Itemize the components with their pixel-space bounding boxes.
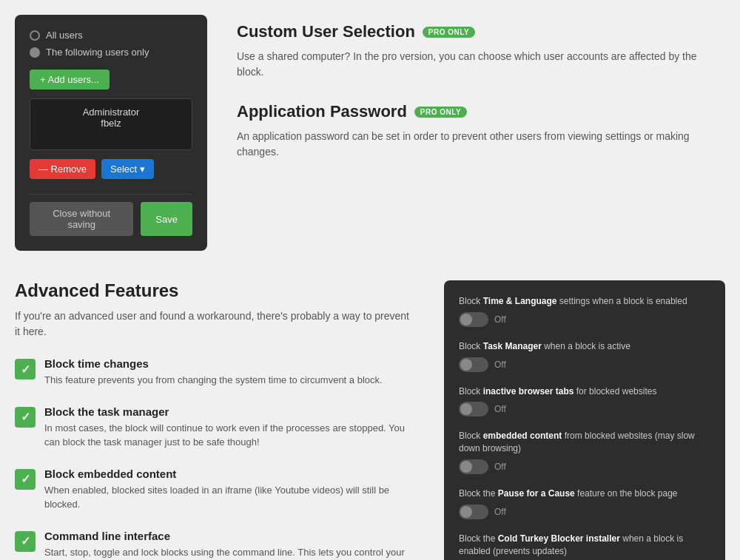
toggle-row-ec: Off — [459, 459, 710, 474]
feature-cli-title: Command line interface — [44, 530, 414, 542]
tl-prefix: Block — [459, 296, 483, 306]
feature-task-title: Block the task manager — [44, 405, 414, 418]
feature-time-changes: Block time changes This feature prevents… — [15, 357, 414, 388]
apppass-desc: An application password can be set in or… — [237, 129, 725, 160]
ct-bold: Cold Turkey Blocker installer — [498, 533, 620, 544]
check-icon-task — [15, 407, 36, 428]
radio-all-label: All users — [46, 30, 83, 41]
it-prefix: Block — [459, 386, 483, 397]
check-icon-cli — [15, 531, 36, 552]
it-bold: inactive browser tabs — [483, 386, 574, 397]
radio-following-label: The following users only — [46, 47, 149, 58]
setting-pause-cause: Block the Pause for a Cause feature on t… — [459, 488, 710, 519]
ct-prefix: Block the — [459, 533, 498, 544]
setting-ct-installer: Block the Cold Turkey Blocker installer … — [459, 533, 710, 560]
setting-embedded-content-label: Block embedded content from blocked webs… — [459, 430, 710, 455]
feature-task-manager: Block the task manager In most cases, th… — [15, 405, 414, 450]
user-selection-panel: All users The following users only + Add… — [15, 15, 207, 251]
feature-time-desc: This feature prevents you from changing … — [44, 373, 383, 388]
settings-panel: Block Time & Language settings when a bl… — [444, 280, 725, 560]
advanced-desc: If you're an advanced user and found a w… — [15, 308, 414, 340]
app-password-section: Application Password PRO ONLY An applica… — [237, 102, 725, 160]
radio-all-icon — [30, 30, 40, 41]
toggle-row-pc: Off — [459, 505, 710, 519]
ec-bold: embedded content — [483, 431, 562, 441]
feature-cli: Command line interface Start, stop, togg… — [15, 530, 414, 561]
toggle-embedded-content[interactable] — [459, 459, 488, 474]
feature-embedded-desc: When enabled, blocked sites loaded in an… — [44, 483, 414, 512]
toggle-row-tl: Off — [459, 312, 710, 327]
feature-cli-desc: Start, stop, toggle and lock blocks usin… — [44, 545, 414, 561]
tl-suffix: settings when a block is enabled — [556, 296, 687, 306]
setting-time-language-label: Block Time & Language settings when a bl… — [459, 295, 710, 308]
close-without-saving-button[interactable]: Close without saving — [30, 202, 133, 236]
feature-task-desc: In most cases, the block will continue t… — [44, 421, 414, 450]
toggle-ec-label: Off — [494, 462, 506, 472]
it-suffix: for blocked websites — [574, 386, 656, 397]
radio-all-users[interactable]: All users — [30, 30, 192, 41]
check-icon-embedded — [15, 469, 36, 490]
advanced-left-panel: Advanced Features If you're an advanced … — [15, 280, 414, 560]
setting-task-manager-label: Block Task Manager when a block is activ… — [459, 340, 710, 353]
ec-prefix: Block — [459, 431, 483, 441]
toggle-it-label: Off — [494, 404, 506, 414]
toggle-row-it: Off — [459, 402, 710, 416]
add-users-button[interactable]: + Add users... — [30, 70, 110, 90]
user-list-box: Administrator fbelz — [30, 98, 192, 150]
radio-following-users[interactable]: The following users only — [30, 47, 192, 58]
radio-group: All users The following users only — [30, 30, 192, 58]
custom-desc: Use a shared computer? In the pro versio… — [237, 49, 725, 80]
toggle-row-tm: Off — [459, 357, 710, 372]
feature-embedded: Block embedded content When enabled, blo… — [15, 468, 414, 512]
tm-suffix: when a block is active — [542, 341, 630, 351]
setting-embedded-content: Block embedded content from blocked webs… — [459, 430, 710, 474]
remove-button[interactable]: — Remove — [30, 159, 95, 179]
apppass-title: Application Password — [237, 102, 407, 121]
setting-time-language: Block Time & Language settings when a bl… — [459, 295, 710, 327]
user-fbelz: fbelz — [38, 118, 184, 129]
check-icon-time — [15, 359, 36, 379]
advanced-title: Advanced Features — [15, 280, 414, 301]
pc-bold: Pause for a Cause — [498, 488, 575, 499]
apppass-pro-badge: PRO ONLY — [414, 107, 467, 118]
bottom-buttons: Close without saving Save — [30, 194, 192, 236]
pc-suffix: feature on the block page — [575, 488, 678, 499]
tm-bold: Task Manager — [483, 341, 542, 351]
select-button[interactable]: Select ▾ — [101, 159, 154, 179]
feature-time-title: Block time changes — [44, 357, 383, 370]
custom-title-row: Custom User Selection PRO ONLY — [237, 22, 725, 41]
pc-prefix: Block the — [459, 488, 498, 499]
action-buttons: — Remove Select ▾ — [30, 159, 192, 179]
setting-task-manager: Block Task Manager when a block is activ… — [459, 340, 710, 372]
save-button[interactable]: Save — [141, 202, 192, 236]
setting-inactive-tabs-label: Block inactive browser tabs for blocked … — [459, 385, 710, 398]
toggle-tl-label: Off — [494, 314, 506, 325]
toggle-pause-cause[interactable] — [459, 505, 488, 519]
feature-embedded-title: Block embedded content — [44, 468, 414, 480]
toggle-inactive-tabs[interactable] — [459, 402, 488, 416]
info-panel: Custom User Selection PRO ONLY Use a sha… — [237, 15, 725, 182]
toggle-pc-label: Off — [494, 507, 506, 517]
toggle-task-manager[interactable] — [459, 357, 488, 372]
setting-pause-cause-label: Block the Pause for a Cause feature on t… — [459, 488, 710, 500]
apppass-title-row: Application Password PRO ONLY — [237, 102, 725, 121]
custom-pro-badge: PRO ONLY — [423, 27, 475, 38]
setting-ct-installer-label: Block the Cold Turkey Blocker installer … — [459, 533, 710, 558]
custom-title: Custom User Selection — [237, 22, 415, 41]
toggle-time-language[interactable] — [459, 312, 488, 327]
custom-user-section: Custom User Selection PRO ONLY Use a sha… — [237, 22, 725, 80]
setting-inactive-tabs: Block inactive browser tabs for blocked … — [459, 385, 710, 417]
radio-following-icon — [30, 47, 40, 58]
tm-prefix: Block — [459, 341, 483, 351]
tl-bold: Time & Language — [483, 296, 557, 306]
toggle-tm-label: Off — [494, 360, 506, 370]
user-admin: Administrator — [38, 107, 184, 118]
